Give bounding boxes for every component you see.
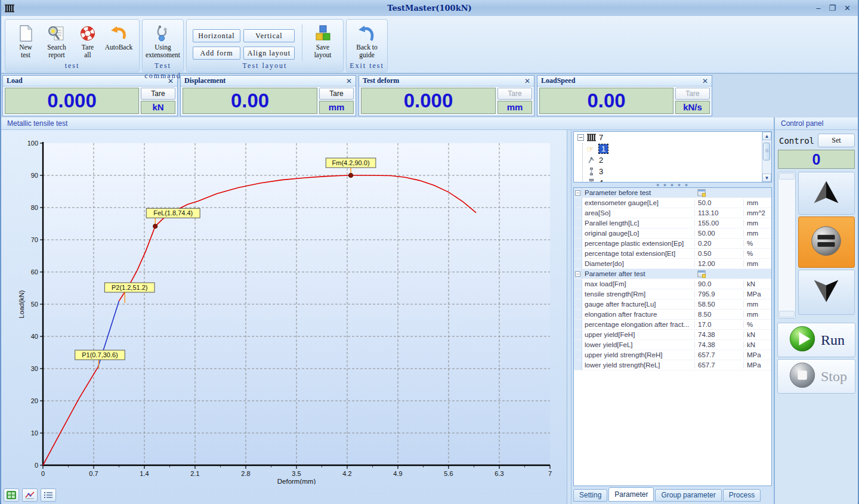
parameter-row[interactable]: tensile strength[Rm]795.9MPa bbox=[574, 289, 771, 299]
using-extensoment-button[interactable]: Usingextensoment bbox=[147, 22, 178, 60]
parameter-row[interactable]: original gauge[Lo]50.00mm bbox=[574, 228, 771, 239]
horizontal-splitter[interactable]: ● ● ● ● ● bbox=[573, 183, 772, 187]
parameter-row[interactable]: gauge after fracture[Lu]58.50mm bbox=[574, 299, 771, 310]
parameter-row[interactable]: percentage elongation after fract...17.0… bbox=[574, 320, 771, 330]
parameter-value[interactable]: 17.0 bbox=[695, 321, 744, 328]
scroll-up-icon[interactable]: ▲ bbox=[762, 132, 771, 140]
grid-view-icon[interactable] bbox=[4, 488, 19, 502]
parameter-value[interactable]: 0.20 bbox=[695, 240, 744, 247]
run-button[interactable]: Run bbox=[777, 323, 855, 357]
close-icon[interactable]: ✕ bbox=[844, 4, 851, 13]
autoback-button[interactable]: AutoBack bbox=[103, 22, 134, 52]
tare-button[interactable]: Tare bbox=[675, 88, 710, 100]
parameter-row[interactable]: extensometer gauge[Le]50.0mm bbox=[574, 198, 771, 208]
tab-process[interactable]: Process bbox=[723, 489, 761, 502]
display-right-col: TarekN/s bbox=[675, 88, 710, 114]
parameter-value[interactable]: 113.10 bbox=[695, 209, 744, 217]
align-layout-button[interactable]: Align layout bbox=[243, 47, 295, 60]
vertical-splitter[interactable] bbox=[567, 130, 571, 504]
jog-down-button[interactable] bbox=[798, 270, 855, 315]
tree-item-1[interactable]: ☞1 bbox=[583, 143, 771, 154]
minimize-icon[interactable]: – bbox=[816, 4, 820, 13]
parameter-value[interactable]: 8.50 bbox=[695, 311, 744, 318]
form-icon[interactable] bbox=[697, 188, 707, 197]
parameter-value[interactable]: 50.00 bbox=[695, 230, 744, 237]
parameter-row[interactable]: Diameter[do]12.00mm bbox=[574, 259, 771, 269]
parameter-row[interactable]: upper yield[FeH]74.38kN bbox=[574, 330, 771, 340]
maximize-icon[interactable]: ❐ bbox=[829, 4, 836, 13]
tree-item-3[interactable]: 3 bbox=[583, 166, 771, 177]
tare-button[interactable]: Tare bbox=[319, 88, 354, 100]
parameter-value[interactable]: 74.38 bbox=[695, 331, 744, 338]
stop-button[interactable]: Stop bbox=[777, 359, 855, 394]
vertical-button[interactable]: Vertical bbox=[243, 29, 295, 42]
pin-specimen-icon bbox=[586, 178, 597, 183]
x-axis-label: Deform(mm) bbox=[277, 478, 316, 484]
tare-button[interactable]: Tare bbox=[141, 88, 175, 100]
tree-item-label: 4 bbox=[599, 178, 603, 183]
collapse-icon[interactable]: – bbox=[575, 190, 580, 196]
parameter-row[interactable]: elongation after fracture8.50mm bbox=[574, 310, 771, 320]
tree-item-2[interactable]: 2 bbox=[583, 154, 771, 166]
tree-root-item[interactable]: –7 bbox=[574, 132, 771, 143]
section-header-parameter-after-test[interactable]: –Parameter after test bbox=[574, 269, 771, 279]
parameter-value[interactable]: 50.0 bbox=[695, 199, 744, 206]
scroll-thumb[interactable] bbox=[763, 143, 770, 160]
parameter-row[interactable]: area[So]113.10mm^2 bbox=[574, 208, 771, 218]
back-to-guide-button[interactable]: Back toguide bbox=[351, 22, 382, 60]
parameter-row[interactable]: max load[Fm]90.0kN bbox=[574, 279, 771, 289]
display-right-col: Taremm bbox=[498, 88, 532, 114]
parameter-value[interactable]: 90.0 bbox=[695, 280, 744, 287]
display-title: Test deform bbox=[363, 76, 399, 85]
close-icon[interactable]: ✕ bbox=[702, 77, 708, 85]
speed-slider[interactable] bbox=[778, 172, 796, 319]
close-icon[interactable]: ✕ bbox=[346, 77, 352, 85]
search-report-button[interactable]: Searchreport bbox=[41, 22, 72, 60]
horizontal-button[interactable]: Horizontal bbox=[193, 29, 240, 42]
pause-icon bbox=[808, 222, 845, 262]
collapse-icon[interactable]: – bbox=[577, 134, 584, 141]
set-button[interactable]: Set bbox=[818, 134, 855, 147]
tare-button[interactable]: Tare bbox=[498, 88, 532, 100]
tab-group-parameter[interactable]: Group parameter bbox=[655, 489, 721, 502]
svg-text:0.7: 0.7 bbox=[89, 470, 98, 477]
curve-view-icon[interactable] bbox=[22, 488, 38, 502]
parameter-value[interactable]: 657.7 bbox=[695, 361, 744, 369]
tab-setting[interactable]: Setting bbox=[573, 489, 607, 502]
parameter-value[interactable]: 12.00 bbox=[695, 260, 744, 267]
svg-text:5.6: 5.6 bbox=[444, 470, 453, 477]
section-header-parameter-before-test[interactable]: –Parameter before test bbox=[574, 188, 771, 198]
parameter-value[interactable]: 795.9 bbox=[695, 290, 744, 298]
jog-up-button[interactable] bbox=[798, 172, 855, 215]
tab-parameter[interactable]: Parameter bbox=[608, 487, 654, 502]
parameter-row[interactable]: percentage plastic extension[Ep]0.20% bbox=[574, 239, 771, 249]
tree-item-4[interactable]: 4 bbox=[583, 177, 771, 183]
svg-text:3.5: 3.5 bbox=[292, 470, 301, 477]
parameter-row[interactable]: percentage total extension[Et]0.50% bbox=[574, 249, 771, 259]
parameter-row[interactable]: lower yield[FeL]74.38kN bbox=[574, 340, 771, 350]
parameter-value[interactable]: 0.50 bbox=[695, 250, 744, 257]
collapse-icon[interactable]: – bbox=[575, 271, 580, 277]
group-separator bbox=[302, 24, 302, 63]
parameter-row[interactable]: Parallel length[Lc]155.00mm bbox=[574, 218, 771, 228]
parameter-value[interactable]: 58.50 bbox=[695, 301, 744, 308]
tare-all-button[interactable]: Tareall bbox=[72, 22, 103, 60]
parameter-value[interactable]: 74.38 bbox=[695, 341, 744, 348]
save-layout-button[interactable]: Savelayout bbox=[307, 22, 338, 60]
parameter-value[interactable]: 155.00 bbox=[695, 219, 744, 227]
svg-text:100: 100 bbox=[27, 140, 38, 147]
tree-scrollbar[interactable]: ▲▼ bbox=[762, 132, 771, 182]
form-icon[interactable] bbox=[697, 270, 707, 279]
list-view-icon[interactable] bbox=[41, 488, 56, 502]
jog-stop-button[interactable] bbox=[798, 217, 855, 268]
parameter-row[interactable]: upper yield strength[ReH]657.7MPa bbox=[574, 350, 771, 360]
group-caption: Test command bbox=[143, 61, 183, 71]
bent-specimen-icon bbox=[586, 156, 597, 165]
close-icon[interactable]: ✕ bbox=[524, 77, 530, 85]
new-test-button[interactable]: Newtest bbox=[10, 22, 41, 60]
parameter-value[interactable]: 657.7 bbox=[695, 351, 744, 358]
add-form-button[interactable]: Add form bbox=[193, 47, 240, 60]
parameter-unit: mm bbox=[744, 260, 771, 267]
parameter-row[interactable]: lower yield strength[ReL]657.7MPa bbox=[574, 360, 771, 370]
scroll-down-icon[interactable]: ▼ bbox=[762, 174, 771, 182]
